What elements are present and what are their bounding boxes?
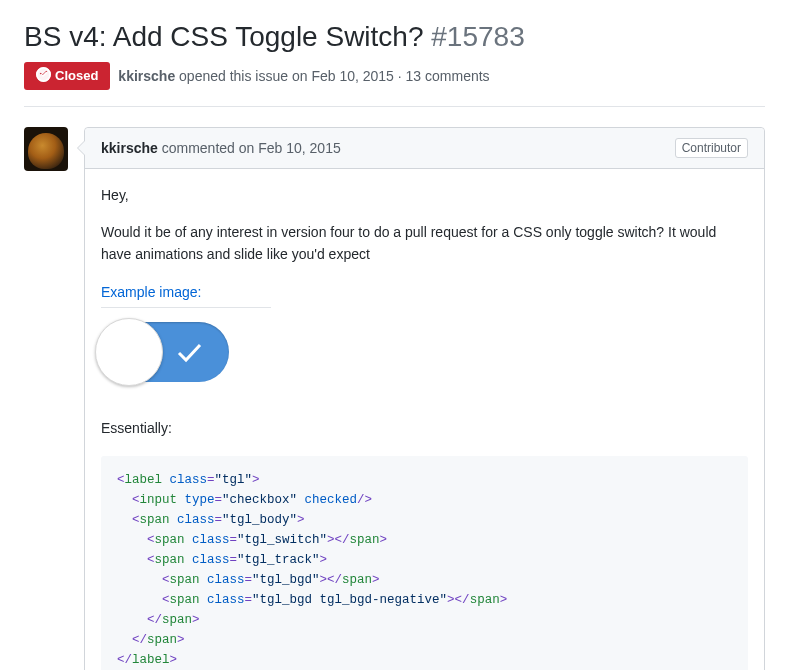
comment-p2: Would it be of any interest in version f… bbox=[101, 222, 748, 265]
issue-author-link[interactable]: kkirsche bbox=[118, 68, 175, 84]
comment-thread: kkirsche commented on Feb 10, 2015 Contr… bbox=[24, 127, 765, 670]
comment-body: Hey, Would it be of any interest in vers… bbox=[85, 169, 764, 670]
header-divider bbox=[24, 106, 765, 107]
issue-title: BS v4: Add CSS Toggle Switch? #15783 bbox=[24, 20, 765, 54]
issue-state-badge: Closed bbox=[24, 62, 110, 90]
comment-p1: Hey, bbox=[101, 185, 748, 207]
contributor-badge: Contributor bbox=[675, 138, 748, 158]
toggle-example-image bbox=[101, 322, 748, 382]
comment-action-text: commented on Feb 10, 2015 bbox=[158, 140, 341, 156]
comment-header-text: kkirsche commented on Feb 10, 2015 bbox=[101, 140, 341, 156]
toggle-knob bbox=[95, 318, 163, 386]
code-block: <label class="tgl"> <input type="checkbo… bbox=[101, 456, 748, 670]
toggle-switch bbox=[101, 322, 229, 382]
issue-title-text: BS v4: Add CSS Toggle Switch? bbox=[24, 21, 424, 52]
example-image-link[interactable]: Example image: bbox=[101, 282, 271, 309]
issue-number: #15783 bbox=[431, 21, 524, 52]
closed-icon bbox=[36, 67, 51, 85]
comment-p3: Essentially: bbox=[101, 418, 748, 440]
check-icon bbox=[175, 338, 203, 366]
comment-header: kkirsche commented on Feb 10, 2015 Contr… bbox=[85, 128, 764, 169]
issue-state-text: Closed bbox=[55, 68, 98, 83]
comment-author-link[interactable]: kkirsche bbox=[101, 140, 158, 156]
avatar[interactable] bbox=[24, 127, 68, 171]
comment-container: kkirsche commented on Feb 10, 2015 Contr… bbox=[84, 127, 765, 670]
issue-meta-row: Closed kkirsche opened this issue on Feb… bbox=[24, 62, 765, 90]
issue-opened-text: kkirsche opened this issue on Feb 10, 20… bbox=[118, 68, 489, 84]
issue-opened-suffix: opened this issue on Feb 10, 2015 · 13 c… bbox=[175, 68, 489, 84]
